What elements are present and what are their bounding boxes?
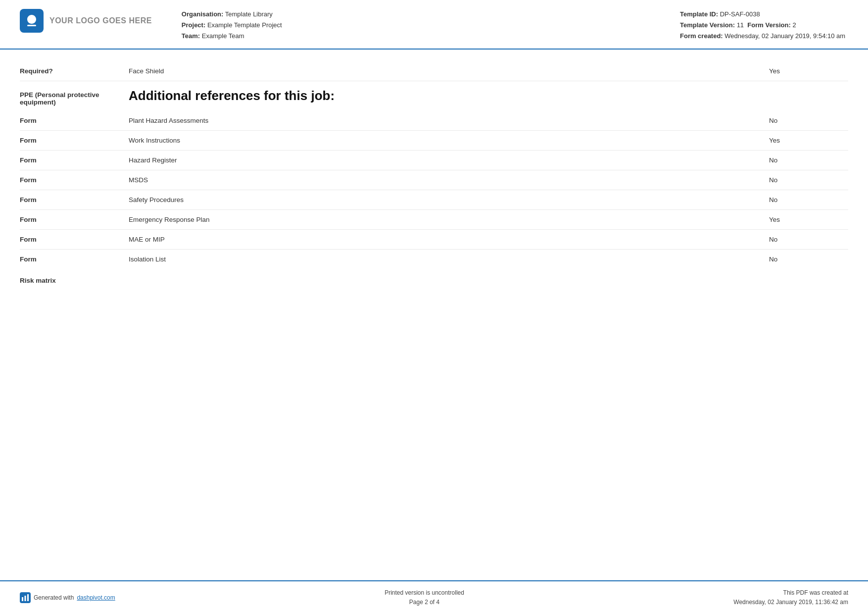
required-value: Yes [769, 66, 848, 75]
template-version-label: Template Version: [680, 21, 735, 29]
version-line: Template Version: 11 Form Version: 2 [680, 20, 848, 31]
org-line: Organisation: Template Library [182, 9, 680, 20]
pdf-created-label: This PDF was created at [733, 588, 848, 598]
table-row: Form MAE or MIP No [20, 230, 848, 250]
form-created-line: Form created: Wednesday, 02 January 2019… [680, 31, 848, 42]
form-value: Yes [769, 136, 848, 144]
template-version-value: 11 [737, 21, 744, 29]
table-row: Form Work Instructions Yes [20, 131, 848, 151]
page-info: Page 2 of 4 [385, 598, 464, 607]
project-line: Project: Example Template Project [182, 20, 680, 31]
form-value: No [769, 175, 848, 184]
org-value: Template Library [225, 10, 273, 18]
footer-right: This PDF was created at Wednesday, 02 Ja… [733, 588, 848, 607]
form-type-label: Form [20, 195, 129, 204]
form-value: No [769, 235, 848, 243]
form-name: MAE or MIP [129, 235, 769, 243]
form-name: MSDS [129, 175, 769, 184]
footer-left: Generated with dashpivot.com [20, 592, 115, 603]
svg-rect-4 [27, 594, 29, 601]
section-heading-row: PPE (Personal protective equipment) Addi… [20, 81, 848, 111]
generated-with-text: Generated with [34, 594, 74, 601]
form-name: Isolation List [129, 255, 769, 263]
template-id-line: Template ID: DP-SAF-0038 [680, 9, 848, 20]
form-name: Work Instructions [129, 136, 769, 144]
table-row: Form Plant Hazard Assessments No [20, 111, 848, 131]
table-row: Form Hazard Register No [20, 151, 848, 170]
form-type-label: Form [20, 255, 129, 263]
project-value: Example Template Project [207, 21, 282, 29]
form-type-label: Form [20, 155, 129, 164]
section-title: Additional references for this job: [129, 88, 335, 103]
org-label: Organisation: [182, 10, 224, 18]
team-line: Team: Example Team [182, 31, 680, 42]
form-type-label: Form [20, 116, 129, 124]
template-id-value: DP-SAF-0038 [720, 10, 760, 18]
form-version-label: Form Version: [747, 21, 790, 29]
svg-rect-0 [27, 25, 36, 26]
form-name: Safety Procedures [129, 195, 769, 204]
ppe-label: PPE (Personal protective equipment) [20, 88, 129, 106]
form-rows: Form Plant Hazard Assessments No Form Wo… [20, 111, 848, 269]
logo-icon [20, 9, 44, 33]
table-row: Form Emergency Response Plan Yes [20, 210, 848, 230]
form-value: No [769, 116, 848, 124]
team-label: Team: [182, 32, 200, 40]
required-row: Required? Face Shield Yes [20, 61, 848, 81]
form-name: Plant Hazard Assessments [129, 116, 769, 124]
svg-rect-2 [22, 597, 23, 601]
form-value: No [769, 155, 848, 164]
form-value: No [769, 195, 848, 204]
pdf-created-date: Wednesday, 02 January 2019, 11:36:42 am [733, 598, 848, 607]
required-item: Face Shield [129, 66, 769, 75]
header-center: Organisation: Template Library Project: … [152, 9, 680, 42]
main-content: Required? Face Shield Yes PPE (Personal … [0, 50, 868, 304]
template-id-label: Template ID: [680, 10, 718, 18]
logo-text: YOUR LOGO GOES HERE [49, 16, 152, 25]
risk-matrix-row: Risk matrix [20, 269, 848, 284]
printed-label: Printed version is uncontrolled [385, 588, 464, 598]
page-header: YOUR LOGO GOES HERE Organisation: Templa… [0, 0, 868, 50]
form-type-label: Form [20, 175, 129, 184]
page-footer: Generated with dashpivot.com Printed ver… [0, 580, 868, 614]
form-name: Emergency Response Plan [129, 215, 769, 223]
form-type-label: Form [20, 136, 129, 144]
form-type-label: Form [20, 215, 129, 223]
form-version-value: 2 [792, 21, 796, 29]
form-type-label: Form [20, 235, 129, 243]
form-value: No [769, 255, 848, 263]
dashpivot-link[interactable]: dashpivot.com [77, 594, 115, 601]
footer-logo-icon [20, 592, 31, 603]
header-right: Template ID: DP-SAF-0038 Template Versio… [680, 9, 848, 42]
team-value: Example Team [202, 32, 244, 40]
footer-center: Printed version is uncontrolled Page 2 o… [385, 588, 464, 607]
svg-rect-3 [25, 596, 26, 601]
project-label: Project: [182, 21, 205, 29]
table-row: Form MSDS No [20, 170, 848, 190]
logo-section: YOUR LOGO GOES HERE [20, 9, 152, 33]
table-row: Form Safety Procedures No [20, 190, 848, 210]
form-created-value: Wednesday, 02 January 2019, 9:54:10 am [724, 32, 845, 40]
risk-matrix-label: Risk matrix [20, 277, 56, 284]
required-label: Required? [20, 66, 129, 75]
form-created-label: Form created: [680, 32, 723, 40]
form-name: Hazard Register [129, 155, 769, 164]
table-row: Form Isolation List No [20, 250, 848, 269]
form-value: Yes [769, 215, 848, 223]
